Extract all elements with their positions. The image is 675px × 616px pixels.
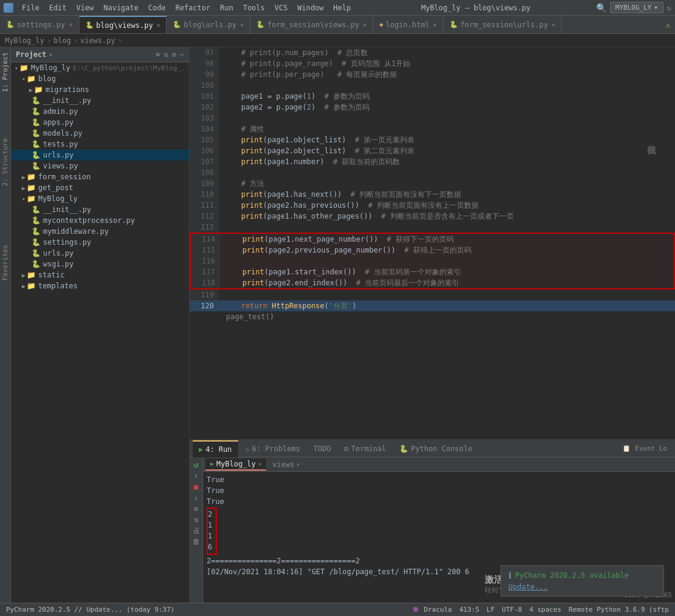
bottom-tab-run[interactable]: ▶ 4: Run [193, 440, 238, 457]
tab-close-icon[interactable]: ✕ [68, 21, 72, 28]
run-restart-button[interactable]: ↺ [193, 460, 198, 469]
tab-login-html[interactable]: ◈ login.html ✕ [373, 16, 444, 33]
code-line-110: 110 print(page1.has_next()) # 判断当前页面有没有下… [190, 189, 675, 200]
tree-item-urls1[interactable]: 🐍 urls.py [11, 150, 189, 161]
run-sort-button[interactable]: ⇅ [194, 515, 198, 524]
tree-root[interactable]: ▾ 📁 MyBlog_ly E:\C_python\project\MyBlog… [11, 62, 189, 73]
run-up-button[interactable]: ↑ [194, 472, 198, 480]
py-file-icon: 🐍 [32, 140, 41, 148]
tree-item-views1[interactable]: 🐍 views.py [11, 161, 189, 171]
tab-close-icon[interactable]: ✕ [240, 21, 244, 28]
breadcrumb-blog[interactable]: blog [53, 36, 71, 45]
breadcrumb-project[interactable]: MyBlog_ly [5, 36, 44, 45]
status-theme[interactable]: Dracula [413, 606, 452, 614]
status-indent[interactable]: 4 spaces [529, 606, 561, 614]
tree-item-mymiddle[interactable]: 🐍 mymiddleware.py [11, 226, 189, 237]
bottom-tab-python-console[interactable]: 🐍 Python Console [393, 443, 478, 455]
tab-form-session-views-py[interactable]: 🐍 form_session\views.py ✕ [250, 16, 373, 33]
sidebar-minimize-icon[interactable]: − [180, 50, 184, 59]
tree-item-migrations[interactable]: ▶ 📁 migrations [11, 84, 189, 95]
tab-close-icon[interactable]: ✕ [551, 21, 555, 28]
run-stop-button[interactable]: ■ [194, 483, 198, 491]
event-log-tab[interactable]: 📋 Event Lo [617, 445, 672, 452]
run-subtab-myblogly[interactable]: ▶ MyBlog_ly ✕ [205, 459, 266, 471]
vertical-tab-structure[interactable]: 2: Structure [0, 133, 10, 191]
tree-item-apps[interactable]: 🐍 apps.py [11, 117, 189, 128]
run-output-highlight-box: 2 1 1 6 [207, 508, 217, 555]
status-line-ending[interactable]: LF [487, 606, 494, 614]
code-line-116: 116 [191, 256, 674, 267]
tree-item-tests[interactable]: 🐍 tests.py [11, 139, 189, 150]
run-print-button[interactable]: 🖨 [193, 526, 200, 535]
profile-selector[interactable]: MYBLOG_LY▾ [610, 2, 663, 13]
tab-close-icon[interactable]: ✕ [363, 21, 367, 28]
vertical-tab-favorites[interactable]: Favorites [0, 240, 10, 286]
tab-blog-views-py[interactable]: 🐍 blog\views.py ✕ [79, 16, 167, 33]
menu-window[interactable]: Window [293, 2, 328, 13]
bottom-tab-terminal[interactable]: ⊡ Terminal [338, 443, 392, 455]
bottom-tab-todo[interactable]: TODO [307, 443, 337, 455]
code-line-106: 106 print(page2.object_list) # 第二页元素列表 [190, 145, 675, 156]
tree-item-init1[interactable]: 🐍 __init__.py [11, 95, 189, 106]
refresh-icon[interactable]: ↻ [667, 4, 671, 12]
sidebar-sync-icon[interactable]: ⇅ [164, 50, 168, 59]
tab-close-icon[interactable]: ✕ [156, 22, 160, 28]
menu-edit[interactable]: Edit [44, 2, 71, 13]
breadcrumb-sep-3: › [118, 36, 122, 45]
bottom-tab-problems[interactable]: ⚠ 6: Problems [239, 443, 307, 455]
subtab-close-icon[interactable]: ✕ [258, 461, 261, 467]
tab-close-icon[interactable]: ✕ [433, 21, 437, 28]
menu-view[interactable]: View [71, 2, 99, 13]
sidebar-gear-icon[interactable]: ⚙ [172, 50, 176, 59]
menu-help[interactable]: Help [328, 2, 356, 13]
menu-refactor[interactable]: Refactor [170, 2, 215, 13]
notification-link[interactable]: Update... [508, 583, 548, 591]
run-subtab-views[interactable]: views ✕ [267, 459, 305, 470]
breadcrumb-sep-1: › [47, 36, 51, 45]
run-settings-button[interactable]: ⚙ [194, 505, 198, 513]
run-line-6: 6 [208, 541, 212, 552]
project-sidebar: Project ▾ ⊕ ⇅ ⚙ − ▾ 📁 MyBlog_ly E:\C_pyt… [11, 47, 190, 603]
code-line-97: 97 # print(p.num_pages) # 总页数 [190, 47, 675, 58]
menu-navigate[interactable]: Navigate [99, 2, 144, 13]
tab-blog-urls-py[interactable]: 🐍 blog\urls.py ✕ [167, 16, 250, 33]
run-delete-button[interactable]: 🗑 [193, 537, 200, 546]
tree-item-init2[interactable]: 🐍 __init__.py [11, 204, 189, 215]
status-encoding[interactable]: UTF-8 [502, 606, 522, 614]
app-logo [4, 3, 13, 13]
code-line-111: 111 print(page2.has_previous()) # 判断当前页面… [190, 200, 675, 211]
tree-item-static[interactable]: ▶ 📁 static [11, 270, 189, 280]
breadcrumb-views[interactable]: views.py [80, 36, 115, 45]
tree-item-urls2[interactable]: 🐍 urls.py [11, 248, 189, 259]
tree-item-blog[interactable]: ▾ 📁 blog [11, 73, 189, 84]
status-position[interactable]: 413:5 [459, 606, 479, 614]
tree-item-models[interactable]: 🐍 models.py [11, 128, 189, 139]
code-line-100: 100 [190, 80, 675, 91]
subtab-close-icon[interactable]: ✕ [297, 462, 300, 468]
menu-file[interactable]: File [17, 2, 44, 13]
code-line-98: 98 # print(p.page_range) # 页码范围 从1开始 [190, 58, 675, 69]
run-down-button[interactable]: ↓ [194, 494, 198, 502]
code-line-115: 115 print(page2.previous_page_number()) … [191, 245, 674, 256]
tree-item-wsgi[interactable]: 🐍 wsgi.py [11, 259, 189, 270]
menu-vcs[interactable]: VCS [270, 2, 293, 13]
menu-code[interactable]: Code [144, 2, 171, 13]
menu-run[interactable]: Run [215, 2, 238, 13]
status-python[interactable]: Remote Python 3.6.9 (sftp [568, 606, 669, 614]
tree-item-settings2[interactable]: 🐍 settings.py [11, 237, 189, 248]
tab-form-session-urls-py[interactable]: 🐍 form_session\urls.py ✕ [444, 16, 562, 33]
sidebar-add-icon[interactable]: ⊕ [156, 50, 160, 59]
vertical-tab-project[interactable]: 1: Project [0, 47, 10, 97]
terminal-icon: ⊡ [344, 445, 348, 453]
search-everywhere-icon[interactable]: 🔍 [596, 3, 607, 13]
tree-item-mycontext[interactable]: 🐍 mycontextprocessor.py [11, 215, 189, 226]
tree-item-form-session[interactable]: ▶ 📁 form_session [11, 171, 189, 182]
code-line-117: 117 print(page1.start_index()) # 当前页码第一个… [191, 267, 674, 277]
tree-item-myblogly[interactable]: ▾ 📁 MyBlog_ly [11, 193, 189, 204]
menu-tools[interactable]: Tools [238, 2, 270, 13]
tree-item-admin[interactable]: 🐍 admin.py [11, 106, 189, 117]
project-dropdown-icon[interactable]: ▾ [49, 51, 53, 58]
tree-item-get-post[interactable]: ▶ 📁 get_post [11, 182, 189, 193]
tab-settings-py[interactable]: 🐍 settings.py ✕ [0, 16, 79, 33]
tree-item-templates[interactable]: ▶ 📁 templates [11, 280, 189, 291]
